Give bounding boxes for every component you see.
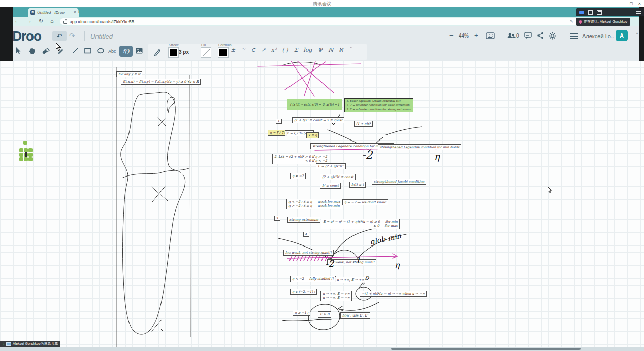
math-box[interactable]: E ≥ 0: [318, 311, 331, 318]
meeting-window-icon[interactable]: [588, 10, 593, 15]
image-tool-icon[interactable]: [135, 47, 143, 55]
text-tool[interactable]: Abc: [108, 49, 116, 54]
whiteboard-canvas[interactable]: for any y ∈ ℝf(t,x,u) − f(t,x,y) − f′ᵤ(t…: [0, 61, 644, 347]
math-box[interactable]: f(t,x,u) − f(t,x,y) − f′ᵤ(t,x,y)(u − y) …: [121, 79, 201, 85]
line-tool-icon[interactable]: [71, 47, 79, 55]
handwritten-annotation[interactable]: glob min: [369, 232, 402, 247]
rectangle-tool-icon[interactable]: [84, 47, 92, 55]
math-box[interactable]: η = ξ ∕ T₀: [268, 130, 287, 136]
scrollbar-up-icon[interactable]: ▲: [635, 31, 639, 35]
zoom-out-button[interactable]: −: [449, 31, 454, 39]
math-box[interactable]: η = −2 — we don't know: [342, 199, 388, 205]
user-avatar[interactable]: A: [616, 30, 628, 41]
math-box[interactable]: 4.: [303, 232, 309, 237]
pan-hand-tool-icon[interactable]: [28, 47, 36, 55]
tab-close-icon[interactable]: ×: [74, 10, 76, 15]
math-box[interactable]: (1 + t)ẋ² ≡ const ⇒ ẋ ≡ const: [292, 117, 344, 123]
settings-gear-icon[interactable]: [549, 32, 556, 40]
url-text[interactable]: app.idroo.com/boards/lZkklYke5B: [70, 19, 134, 24]
formula-symbol[interactable]: Σ: [294, 47, 298, 53]
formula-symbol[interactable]: ≅: [241, 47, 245, 53]
handwritten-annotation[interactable]: η: [395, 260, 400, 270]
math-box[interactable]: (2 + η)ẋ²h′ ≡ const: [320, 174, 356, 180]
home-icon[interactable]: ⌂: [50, 18, 54, 24]
select-tool-icon[interactable]: [14, 47, 22, 55]
math-box[interactable]: how : use E′, E″: [340, 312, 370, 319]
math-box[interactable]: ∫ tẋ²dt → extr, x(0) = 0, x(T₀) = ξ: [287, 99, 342, 110]
meeting-participants-icon[interactable]: [597, 10, 602, 15]
formula-symbol[interactable]: ±: [231, 47, 235, 53]
users-icon[interactable]: [507, 32, 516, 39]
stroke-pen-icon[interactable]: [153, 47, 162, 56]
handwritten-annotation[interactable]: D: [364, 275, 369, 281]
math-box[interactable]: strengthened Legendre condition for min …: [378, 144, 461, 150]
forward-icon[interactable]: →: [26, 18, 32, 24]
handwritten-annotation[interactable]: η: [434, 151, 440, 162]
handwritten-annotation[interactable]: -2: [325, 258, 334, 269]
redo-button[interactable]: ↷: [69, 32, 75, 40]
math-box[interactable]: strong extremum: [287, 217, 320, 223]
undo-button[interactable]: ↶: [52, 31, 67, 41]
extension-icon[interactable]: ✎: [570, 19, 573, 24]
math-box[interactable]: (1 + η)ẋ²: [354, 121, 373, 127]
formula-symbol[interactable]: ˜: [348, 47, 351, 53]
board-title[interactable]: Untitled: [90, 32, 113, 40]
math-box[interactable]: 1.: [276, 119, 282, 124]
formula-symbol[interactable]: x²: [271, 47, 277, 53]
math-box[interactable]: E = u³ − η³ − (1 + η)ẋ²(u − η) ≥ 0 — for…: [321, 219, 400, 229]
meeting-camera-icon[interactable]: [579, 11, 584, 14]
browser-tab[interactable]: D Untitled - IDroo ×: [28, 8, 79, 17]
share-icon[interactable]: [537, 32, 544, 39]
math-box[interactable]: u → +∞, E → +∞u → −∞, E → −∞: [320, 291, 352, 301]
stroke-color-swatch[interactable]: [169, 48, 178, 57]
math-box[interactable]: u → +∞, E → +∞: [335, 277, 366, 283]
math-box[interactable]: η < −2 — fully studied !!: [290, 276, 336, 282]
math-box[interactable]: η ∈ (−2, −1) :: [290, 289, 317, 295]
stroke-width-value[interactable]: 3 px: [179, 49, 189, 55]
window-maximize-button[interactable]: □: [630, 1, 632, 6]
screen-share-badge[interactable]: ↓ Aleksei Gorshkov的屏幕共享: [0, 341, 60, 347]
chat-icon[interactable]: [524, 32, 532, 39]
math-box[interactable]: loc weak, not strong max!!!: [283, 250, 334, 256]
math-box[interactable]: strengthened Jacobi condition: [372, 179, 426, 185]
back-icon[interactable]: ←: [14, 18, 20, 24]
math-box[interactable]: ẋ ≡ η: [306, 132, 319, 138]
math-box[interactable]: 2. Lẋẋ = (2 + η)ẋ² > 0 if η > −2< 0 if η…: [272, 154, 329, 164]
url-bar[interactable]: app.idroo.com/boards/lZkklYke5B: [60, 18, 595, 25]
handwritten-annotation[interactable]: -1: [352, 256, 361, 265]
math-box[interactable]: for any y ∈ ℝ: [116, 71, 142, 77]
new-tab-button[interactable]: +: [77, 9, 80, 15]
window-minimize-button[interactable]: –: [622, 1, 624, 6]
ellipse-tool-icon[interactable]: [96, 47, 105, 55]
math-box[interactable]: η ≠ −2: [290, 173, 306, 179]
formula-symbol[interactable]: ↗: [261, 47, 266, 53]
keyboard-icon[interactable]: [486, 32, 495, 39]
main-menu-icon[interactable]: [570, 33, 578, 40]
formula-symbol[interactable]: ℵ: [339, 47, 343, 53]
formula-symbol[interactable]: Ψ: [318, 47, 323, 53]
reload-icon[interactable]: ↻: [39, 18, 43, 24]
meeting-menu-icon[interactable]: [636, 10, 641, 15]
user-name[interactable]: Алексей Го...: [582, 33, 614, 39]
zoom-in-button[interactable]: +: [474, 31, 478, 39]
math-box[interactable]: 1. Euler equation. Obtain extremal x̂(t)…: [344, 98, 413, 112]
formula-symbol[interactable]: log: [303, 47, 312, 53]
math-box[interactable]: −(1 + η)ẋ²(u − η) → −∞ when u → −∞: [360, 291, 427, 297]
formula-symbol[interactable]: ℕ: [328, 47, 333, 53]
math-box[interactable]: h′ ≡ const: [320, 183, 341, 189]
math-box[interactable]: h(t) ≡ t: [349, 182, 366, 188]
math-box[interactable]: η < −2 : ẋ ≡ η — weak loc maxη > −2 : ẋ …: [286, 199, 342, 209]
window-close-button[interactable]: ×: [638, 1, 641, 6]
horizontal-scrollbar-thumb[interactable]: [391, 348, 581, 350]
formula-color-swatch[interactable]: [218, 48, 228, 57]
eraser-tool-icon[interactable]: [42, 47, 50, 55]
formula-tool-active[interactable]: f(): [119, 46, 133, 57]
formula-symbol[interactable]: ∈: [251, 47, 255, 53]
fill-color-swatch[interactable]: [201, 48, 211, 57]
math-box[interactable]: η ≥ −1 :: [293, 310, 310, 316]
math-box[interactable]: loc weak, not strong min!!!: [327, 259, 376, 265]
formula-symbol[interactable]: ( ): [282, 47, 288, 53]
math-box[interactable]: L = (2 + η)ẋ²h′²: [316, 163, 346, 169]
handwritten-annotation[interactable]: -2: [362, 149, 372, 161]
math-box[interactable]: 3.: [274, 216, 280, 221]
